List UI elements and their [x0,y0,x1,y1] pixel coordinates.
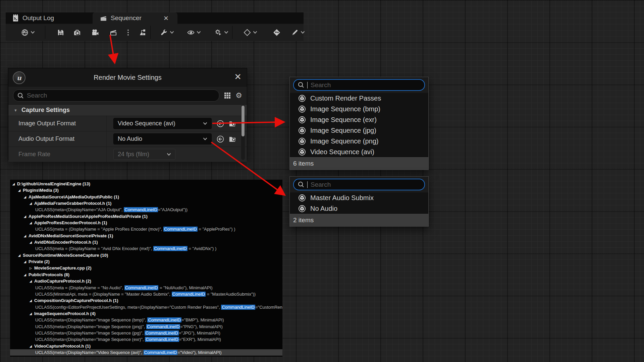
dialog-search-input[interactable]: Search [13,89,219,102]
setting-dropdown[interactable]: No Audio [113,133,212,144]
autokey-diamond-button[interactable] [273,24,281,41]
expanded-expander-icon[interactable]: ◢ [30,278,34,284]
expanded-expander-icon[interactable]: ◢ [24,259,29,265]
audio-format-search-input[interactable]: Search [293,179,425,190]
tab-close-icon[interactable]: ✕ [163,15,169,21]
tree-node[interactable]: ◢AjaMedia\Source\AjaMediaOutput\Public (… [10,194,282,200]
expanded-expander-icon[interactable]: ◢ [24,233,29,239]
tree-node[interactable]: ▷MovieSceneCapture.cpp (2) [10,265,282,271]
code-text: UCLASS(meta=(DisplayName="Image Sequence… [35,337,145,342]
option-label: Image Sequence (jpg) [310,127,376,134]
code-text: UCLASS(meta=(DisplayName="Image Sequence… [35,324,146,329]
pen-button[interactable] [291,24,305,41]
code-reference-line[interactable]: UCLASS(meta=(DisplayName="Video Sequence… [10,349,282,356]
browse-asset-icon[interactable] [228,135,236,143]
tree-node[interactable]: ◢Source\Runtime\MovieSceneCapture (10) [10,252,282,258]
scrollbar-thumb[interactable] [241,106,245,136]
dropdown-option[interactable]: Image Sequence (png) [290,136,428,146]
dialog-scrollbar[interactable] [241,105,245,160]
ellipsis-v-button[interactable] [124,24,132,41]
tree-node[interactable]: ◢Private (2) [10,258,282,265]
code-reference-line[interactable]: UCLASS(MinimalApi, meta = (DisplayName =… [10,291,282,297]
use-selected-asset-icon[interactable] [216,135,224,143]
tree-node[interactable]: ◢AudioCaptureProtocol.h (2) [10,278,282,284]
expanded-expander-icon[interactable]: ◢ [30,239,34,245]
tree-node[interactable]: ◢AvidDNxEncoderProtocol.h (1) [10,239,282,245]
expanded-expander-icon[interactable]: ◢ [24,214,29,220]
render-movie-clapperboard-button[interactable] [109,24,117,41]
tree-node[interactable]: ◢AvidDNxMedia\Source\Source\Private (1) [10,233,282,239]
use-selected-asset-icon[interactable] [216,120,224,128]
capture-settings-header[interactable]: ▼ Capture Settings [8,104,247,116]
tree-node[interactable]: ◢AppleProResMedia\Source\AppleProResMedi… [10,213,282,220]
code-reference-line[interactable]: UCLASS(meta = (DisplayName = "Avid DNx E… [10,245,282,252]
code-reference-line[interactable]: UCLASS(meta=(DisplayName="Image Sequence… [10,336,282,343]
class-cube-icon [298,148,306,156]
chevron-down-icon [301,31,305,34]
code-reference-line[interactable]: UCLASS(meta=(DisplayName="Image Sequence… [10,330,282,336]
eye-button[interactable] [187,24,201,41]
expanded-expander-icon[interactable]: ◢ [30,200,34,206]
browse-asset-icon[interactable] [228,120,236,128]
code-text: ="JPG"), MinimalAPI) [179,330,220,336]
toolbar-separator [150,26,151,39]
expanded-expander-icon[interactable]: ◢ [18,252,23,258]
tree-node[interactable]: ◢VideoCaptureProtocol.h (1) [10,343,282,349]
dropdown-option[interactable]: No Audio [290,203,428,214]
tree-node[interactable]: ◢AppleProResEncoderProtocol.h (1) [10,220,282,226]
tree-node[interactable]: ◢ImageSequenceProtocol.h (4) [10,310,282,317]
dropdown-option[interactable]: Image Sequence (exr) [290,114,428,125]
dropdown-option[interactable]: Video Sequence (avi) [290,146,428,157]
tree-node[interactable]: ◢CompositionGraphCaptureProtocol.h (1) [10,297,282,304]
cine-camera-button[interactable] [91,24,99,41]
dialog-title-bar: u Render Movie Settings ✕ [8,68,247,87]
code-text: UCLASS(meta = (DisplayName = "No Audio", [35,285,124,290]
expanded-expander-icon[interactable]: ◢ [18,187,23,193]
gear-play-button[interactable] [214,24,228,41]
expanded-expander-icon[interactable]: ◢ [24,194,29,200]
code-reference-line[interactable]: UCLASS(meta=(DisplayName="Image Sequence… [10,317,282,323]
expanded-expander-icon[interactable]: ◢ [24,272,29,278]
tree-node[interactable]: ◢Public\Protocols (8) [10,272,282,278]
dropdown-option[interactable]: Custom Render Passes [290,93,428,104]
tree-node[interactable]: ◢Plugins\Media (3) [10,187,282,193]
expanded-expander-icon[interactable]: ◢ [30,311,34,317]
world-button[interactable] [21,24,35,41]
tab-sequencer[interactable]: Sequencer ✕ [93,12,177,24]
sequencer-window: Output Log Sequencer ✕ [6,12,304,41]
code-reference-line[interactable]: UCLASS(config=EditorPerProjectUserSettin… [10,304,282,310]
tree-node[interactable]: ◢D:\github\UnrealEngine\Engine (13) [10,181,282,187]
dialog-close-icon[interactable]: ✕ [234,72,241,81]
chevron-down-icon [203,137,207,140]
image-format-item-count: 6 items [290,157,428,170]
chevron-down-icon [224,31,228,34]
dropdown-option[interactable]: Image Sequence (jpg) [290,125,428,136]
wrench-icon [160,28,168,37]
tree-node-label: D:\github\UnrealEngine\Engine (13) [17,181,90,186]
code-reference-line[interactable]: UCLASS(meta=(DisplayName="Image Sequence… [10,323,282,330]
image-format-search-input[interactable]: Search [293,79,425,91]
wrench-button[interactable] [160,24,174,41]
expanded-expander-icon[interactable]: ◢ [30,343,34,349]
search-icon [17,93,24,99]
code-reference-line[interactable]: UCLASS(meta = (DisplayName = "No Audio",… [10,285,282,291]
setting-dropdown[interactable]: Video Sequence (avi) [113,118,212,129]
collapsed-expander-icon[interactable]: ▷ [30,265,34,271]
view-options-icon[interactable] [224,92,231,99]
expanded-expander-icon[interactable]: ◢ [12,181,17,187]
code-reference-line[interactable]: UCLASS(meta=(DisplayName="AJA Output", C… [10,206,282,213]
keyframe-diamond-icon [243,28,251,37]
code-text: UCLASS(meta=(DisplayName="Image Sequence… [35,330,145,336]
tree-node[interactable]: ◢AjaMediaFrameGrabberProtocol.h (1) [10,200,282,206]
dropdown-option[interactable]: Image Sequence (bmp) [290,104,428,114]
code-reference-line[interactable]: UCLASS(meta = (DisplayName = "Apple ProR… [10,226,282,232]
expanded-expander-icon[interactable]: ◢ [30,220,34,226]
tab-output-log[interactable]: Output Log [12,12,90,24]
camera-find-button[interactable] [73,24,81,41]
keyframe-diamond-button[interactable] [243,24,257,41]
expanded-expander-icon[interactable]: ◢ [30,298,34,304]
save-button[interactable] [57,24,65,41]
dropdown-option[interactable]: Master Audio Submix [290,192,428,203]
hierarchy-button[interactable] [139,24,147,41]
settings-gear-icon[interactable]: ⚙ [235,92,242,99]
